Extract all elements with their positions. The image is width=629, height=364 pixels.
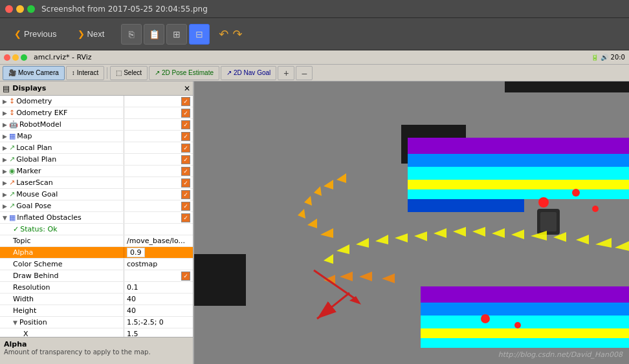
svg-rect-22 bbox=[540, 212, 557, 231]
maximize-button[interactable] bbox=[27, 5, 35, 13]
svg-rect-14 bbox=[421, 328, 629, 338]
minimize-button[interactable] bbox=[16, 5, 24, 13]
width-row[interactable]: Width 40 bbox=[0, 294, 193, 305]
move-camera-button[interactable]: 🎥 Move Camera bbox=[3, 66, 65, 80]
localplan-checkbox[interactable]: ✓ bbox=[181, 144, 190, 153]
color-scheme-row[interactable]: Color Scheme costmap bbox=[0, 259, 193, 270]
alpha-row[interactable]: Alpha 0.9 bbox=[0, 247, 193, 259]
inflated-obstacles-label: Inflated Obstacles bbox=[17, 213, 81, 222]
remove-display-button[interactable]: – bbox=[296, 66, 313, 80]
table-row[interactable]: ▶ ▦ Map ✓ bbox=[0, 131, 193, 142]
table-row[interactable]: ▶ ◉ Marker ✓ bbox=[0, 166, 193, 177]
svg-rect-5 bbox=[408, 138, 629, 154]
svg-point-19 bbox=[481, 314, 490, 323]
undo-icon[interactable]: ↶ bbox=[219, 27, 228, 41]
odometry-ekf-checkbox[interactable]: ✓ bbox=[181, 109, 190, 118]
inflated-obstacles-row[interactable]: ▼ ▦ Inflated Obstacles ✓ bbox=[0, 212, 193, 224]
table-row[interactable]: ▶ ↗ LaserScan ✓ bbox=[0, 177, 193, 189]
position-row[interactable]: ▼ Position 1.5;-2.5; 0 bbox=[0, 317, 193, 328]
rviz-main: ▤ Displays ✕ ▶ ↕ Odometry ✓ bbox=[0, 81, 629, 364]
redo-icon[interactable]: ↷ bbox=[232, 27, 242, 41]
status-text: 🔋 🔊 20:0 bbox=[591, 54, 625, 61]
table-row[interactable]: ▶ ↗ Local Plan ✓ bbox=[0, 142, 193, 154]
rviz-title-icons bbox=[4, 54, 27, 61]
copy-tool-button[interactable]: ⎘ bbox=[121, 24, 142, 45]
table-row[interactable]: ▶ ↕ Odometry EKF ✓ bbox=[0, 107, 193, 119]
draw-behind-checkbox[interactable]: ✓ bbox=[181, 272, 190, 281]
pose-icon: ↗ bbox=[155, 69, 160, 76]
rviz-min-button[interactable] bbox=[12, 54, 19, 61]
nav-goal-button[interactable]: ↗ 2D Nav Goal bbox=[221, 66, 276, 80]
height-row[interactable]: Height 40 bbox=[0, 305, 193, 317]
rviz-close-button[interactable] bbox=[4, 54, 10, 61]
goalpose-checkbox[interactable]: ✓ bbox=[181, 202, 190, 211]
svg-rect-13 bbox=[421, 316, 629, 328]
svg-point-20 bbox=[514, 322, 521, 328]
map-checkbox[interactable]: ✓ bbox=[181, 132, 190, 141]
displays-icon: ▤ bbox=[3, 84, 10, 93]
window-controls bbox=[5, 5, 35, 13]
odometry-checkbox[interactable]: ✓ bbox=[181, 97, 190, 106]
zoom-fit-button[interactable]: ⊞ bbox=[166, 24, 187, 45]
svg-rect-15 bbox=[421, 338, 629, 348]
pose-estimate-button[interactable]: ↗ 2D Pose Estimate bbox=[149, 66, 219, 80]
inflated-obstacles-checkbox[interactable]: ✓ bbox=[181, 213, 190, 222]
laserscan-checkbox[interactable]: ✓ bbox=[181, 178, 190, 187]
chevron-right-icon: ❯ bbox=[78, 29, 85, 39]
svg-rect-9 bbox=[408, 189, 629, 199]
bottom-info: Alpha Amount of transparency to apply to… bbox=[0, 337, 193, 364]
svg-rect-12 bbox=[421, 303, 629, 316]
draw-behind-row[interactable]: Draw Behind ✓ bbox=[0, 270, 193, 282]
rviz-title-text: amcl.rviz* - RViz bbox=[34, 53, 92, 61]
resolution-row[interactable]: Resolution 0.1 bbox=[0, 282, 193, 294]
robotmodel-checkbox[interactable]: ✓ bbox=[181, 120, 190, 129]
rviz-window: amcl.rviz* - RViz 🔋 🔊 20:0 🎥 Move Camera… bbox=[0, 50, 629, 364]
paste-tool-button[interactable]: 📋 bbox=[144, 24, 164, 45]
table-row[interactable]: ▶ 🤖 RobotModel ✓ bbox=[0, 119, 193, 131]
alpha-value[interactable]: 0.9 bbox=[127, 248, 145, 257]
topic-row[interactable]: Topic /move_base/lo... bbox=[0, 235, 193, 247]
costmap-visualization bbox=[194, 81, 629, 364]
mousegoal-checkbox[interactable]: ✓ bbox=[181, 190, 190, 199]
svg-rect-10 bbox=[408, 199, 524, 212]
rviz-max-button[interactable] bbox=[21, 54, 27, 61]
displays-list: ▶ ↕ Odometry ✓ ▶ ↕ Odometry EKF bbox=[0, 96, 193, 337]
chevron-left-icon: ❮ bbox=[14, 29, 21, 39]
svg-rect-6 bbox=[408, 154, 629, 167]
toolbar-separator bbox=[107, 67, 107, 79]
viewport[interactable]: http://blog.csdn.net/David_Han008 bbox=[194, 81, 629, 364]
svg-rect-8 bbox=[408, 180, 629, 189]
alpha-label: Alpha bbox=[13, 248, 33, 257]
status-ok-row[interactable]: ✓ Status: Ok bbox=[0, 224, 193, 235]
svg-point-17 bbox=[572, 189, 580, 197]
previous-button[interactable]: ❮ Previous bbox=[5, 25, 66, 43]
table-row[interactable]: ▶ ↗ Mouse Goal ✓ bbox=[0, 189, 193, 200]
select-icon: ⬚ bbox=[116, 69, 122, 76]
svg-rect-3 bbox=[194, 254, 246, 306]
app-status-icons: 🔋 🔊 20:0 bbox=[591, 54, 625, 61]
next-button[interactable]: ❯ Next bbox=[69, 25, 114, 43]
select-button[interactable]: ⬚ Select bbox=[110, 66, 148, 80]
window-title: Screenshot from 2017-05-25 20:04:55.png bbox=[41, 5, 208, 14]
camera-icon: 🎥 bbox=[8, 69, 16, 76]
table-row[interactable]: ▶ ↗ Goal Pose ✓ bbox=[0, 200, 193, 212]
title-bar: Screenshot from 2017-05-25 20:04:55.png bbox=[0, 0, 629, 18]
x-row[interactable]: X 1.5 bbox=[0, 328, 193, 337]
displays-close-icon[interactable]: ✕ bbox=[184, 84, 190, 93]
add-display-button[interactable]: + bbox=[278, 66, 294, 80]
svg-rect-1 bbox=[505, 81, 629, 92]
marker-checkbox[interactable]: ✓ bbox=[181, 167, 190, 176]
app-title-left: amcl.rviz* - RViz bbox=[4, 53, 92, 61]
grid-button[interactable]: ⊟ bbox=[189, 24, 210, 45]
table-row[interactable]: ▶ ↕ Odometry ✓ bbox=[0, 96, 193, 107]
bottom-info-title: Alpha bbox=[4, 340, 189, 348]
nav-tools: ⎘ 📋 ⊞ ⊟ bbox=[121, 24, 210, 45]
table-row[interactable]: ▶ ↗ Global Plan ✓ bbox=[0, 154, 193, 166]
item-name: ▶ ↕ Odometry bbox=[0, 96, 124, 107]
interact-button[interactable]: ↕ Interact bbox=[66, 66, 104, 80]
displays-header: ▤ Displays ✕ bbox=[0, 81, 193, 96]
globalplan-checkbox[interactable]: ✓ bbox=[181, 155, 190, 164]
close-button[interactable] bbox=[5, 5, 13, 13]
bottom-info-desc: Amount of transparency to apply to the m… bbox=[4, 348, 189, 356]
interact-icon: ↕ bbox=[72, 69, 75, 76]
